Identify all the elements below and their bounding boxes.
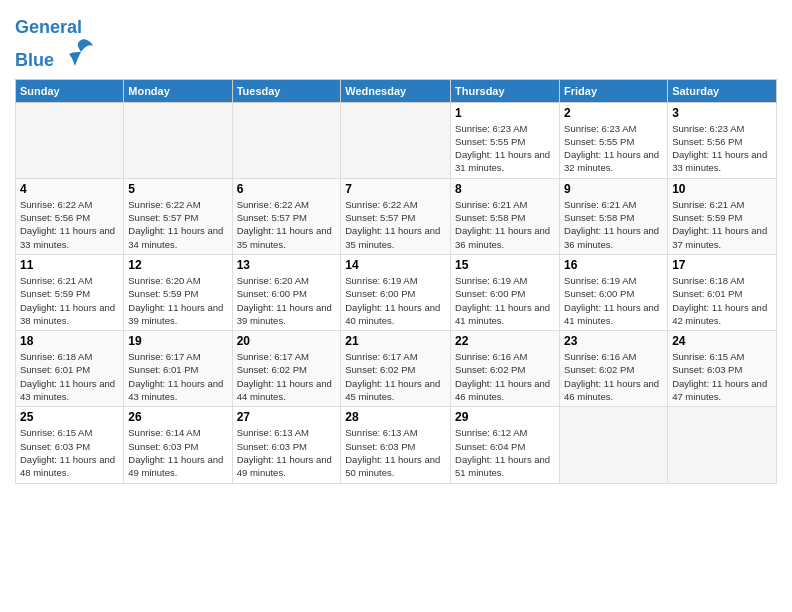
day-number: 21 <box>345 334 446 348</box>
calendar-cell: 7Sunrise: 6:22 AM Sunset: 5:57 PM Daylig… <box>341 178 451 254</box>
calendar-cell <box>668 407 777 483</box>
day-info: Sunrise: 6:13 AM Sunset: 6:03 PM Dayligh… <box>345 426 446 479</box>
day-number: 23 <box>564 334 663 348</box>
day-info: Sunrise: 6:22 AM Sunset: 5:57 PM Dayligh… <box>237 198 337 251</box>
day-info: Sunrise: 6:23 AM Sunset: 5:56 PM Dayligh… <box>672 122 772 175</box>
col-header-tuesday: Tuesday <box>232 79 341 102</box>
calendar-cell: 12Sunrise: 6:20 AM Sunset: 5:59 PM Dayli… <box>124 254 232 330</box>
col-header-sunday: Sunday <box>16 79 124 102</box>
day-info: Sunrise: 6:19 AM Sunset: 6:00 PM Dayligh… <box>455 274 555 327</box>
day-number: 18 <box>20 334 119 348</box>
calendar-cell: 15Sunrise: 6:19 AM Sunset: 6:00 PM Dayli… <box>451 254 560 330</box>
calendar-header-row: SundayMondayTuesdayWednesdayThursdayFrid… <box>16 79 777 102</box>
calendar-table: SundayMondayTuesdayWednesdayThursdayFrid… <box>15 79 777 484</box>
day-info: Sunrise: 6:16 AM Sunset: 6:02 PM Dayligh… <box>455 350 555 403</box>
day-info: Sunrise: 6:13 AM Sunset: 6:03 PM Dayligh… <box>237 426 337 479</box>
day-number: 24 <box>672 334 772 348</box>
day-info: Sunrise: 6:21 AM Sunset: 5:59 PM Dayligh… <box>672 198 772 251</box>
calendar-cell: 11Sunrise: 6:21 AM Sunset: 5:59 PM Dayli… <box>16 254 124 330</box>
day-info: Sunrise: 6:12 AM Sunset: 6:04 PM Dayligh… <box>455 426 555 479</box>
calendar-cell <box>124 102 232 178</box>
col-header-monday: Monday <box>124 79 232 102</box>
calendar-cell <box>341 102 451 178</box>
day-info: Sunrise: 6:21 AM Sunset: 5:58 PM Dayligh… <box>564 198 663 251</box>
calendar-cell: 14Sunrise: 6:19 AM Sunset: 6:00 PM Dayli… <box>341 254 451 330</box>
calendar-cell: 2Sunrise: 6:23 AM Sunset: 5:55 PM Daylig… <box>560 102 668 178</box>
calendar-cell: 5Sunrise: 6:22 AM Sunset: 5:57 PM Daylig… <box>124 178 232 254</box>
day-info: Sunrise: 6:23 AM Sunset: 5:55 PM Dayligh… <box>455 122 555 175</box>
calendar-cell: 18Sunrise: 6:18 AM Sunset: 6:01 PM Dayli… <box>16 331 124 407</box>
calendar-cell: 1Sunrise: 6:23 AM Sunset: 5:55 PM Daylig… <box>451 102 560 178</box>
day-info: Sunrise: 6:15 AM Sunset: 6:03 PM Dayligh… <box>672 350 772 403</box>
day-info: Sunrise: 6:18 AM Sunset: 6:01 PM Dayligh… <box>20 350 119 403</box>
day-number: 6 <box>237 182 337 196</box>
calendar-cell <box>232 102 341 178</box>
calendar-cell: 24Sunrise: 6:15 AM Sunset: 6:03 PM Dayli… <box>668 331 777 407</box>
calendar-cell: 20Sunrise: 6:17 AM Sunset: 6:02 PM Dayli… <box>232 331 341 407</box>
day-info: Sunrise: 6:22 AM Sunset: 5:57 PM Dayligh… <box>128 198 227 251</box>
calendar-cell: 6Sunrise: 6:22 AM Sunset: 5:57 PM Daylig… <box>232 178 341 254</box>
logo-bird-icon <box>61 38 93 66</box>
calendar-cell: 4Sunrise: 6:22 AM Sunset: 5:56 PM Daylig… <box>16 178 124 254</box>
calendar-week-row: 4Sunrise: 6:22 AM Sunset: 5:56 PM Daylig… <box>16 178 777 254</box>
day-info: Sunrise: 6:22 AM Sunset: 5:56 PM Dayligh… <box>20 198 119 251</box>
day-info: Sunrise: 6:18 AM Sunset: 6:01 PM Dayligh… <box>672 274 772 327</box>
day-info: Sunrise: 6:20 AM Sunset: 5:59 PM Dayligh… <box>128 274 227 327</box>
calendar-cell: 21Sunrise: 6:17 AM Sunset: 6:02 PM Dayli… <box>341 331 451 407</box>
logo-blue: Blue <box>15 50 54 70</box>
calendar-cell: 29Sunrise: 6:12 AM Sunset: 6:04 PM Dayli… <box>451 407 560 483</box>
calendar-cell: 3Sunrise: 6:23 AM Sunset: 5:56 PM Daylig… <box>668 102 777 178</box>
calendar-cell: 9Sunrise: 6:21 AM Sunset: 5:58 PM Daylig… <box>560 178 668 254</box>
calendar-week-row: 25Sunrise: 6:15 AM Sunset: 6:03 PM Dayli… <box>16 407 777 483</box>
calendar-cell: 8Sunrise: 6:21 AM Sunset: 5:58 PM Daylig… <box>451 178 560 254</box>
day-info: Sunrise: 6:19 AM Sunset: 6:00 PM Dayligh… <box>345 274 446 327</box>
calendar-cell: 26Sunrise: 6:14 AM Sunset: 6:03 PM Dayli… <box>124 407 232 483</box>
day-info: Sunrise: 6:20 AM Sunset: 6:00 PM Dayligh… <box>237 274 337 327</box>
day-number: 19 <box>128 334 227 348</box>
day-number: 8 <box>455 182 555 196</box>
calendar-cell: 17Sunrise: 6:18 AM Sunset: 6:01 PM Dayli… <box>668 254 777 330</box>
day-number: 2 <box>564 106 663 120</box>
day-info: Sunrise: 6:17 AM Sunset: 6:02 PM Dayligh… <box>345 350 446 403</box>
col-header-saturday: Saturday <box>668 79 777 102</box>
day-info: Sunrise: 6:17 AM Sunset: 6:01 PM Dayligh… <box>128 350 227 403</box>
day-number: 14 <box>345 258 446 272</box>
day-info: Sunrise: 6:14 AM Sunset: 6:03 PM Dayligh… <box>128 426 227 479</box>
day-number: 28 <box>345 410 446 424</box>
col-header-friday: Friday <box>560 79 668 102</box>
day-number: 7 <box>345 182 446 196</box>
day-number: 20 <box>237 334 337 348</box>
day-number: 15 <box>455 258 555 272</box>
day-info: Sunrise: 6:21 AM Sunset: 5:59 PM Dayligh… <box>20 274 119 327</box>
calendar-week-row: 18Sunrise: 6:18 AM Sunset: 6:01 PM Dayli… <box>16 331 777 407</box>
calendar-cell: 28Sunrise: 6:13 AM Sunset: 6:03 PM Dayli… <box>341 407 451 483</box>
calendar-cell: 25Sunrise: 6:15 AM Sunset: 6:03 PM Dayli… <box>16 407 124 483</box>
col-header-thursday: Thursday <box>451 79 560 102</box>
day-number: 13 <box>237 258 337 272</box>
day-info: Sunrise: 6:21 AM Sunset: 5:58 PM Dayligh… <box>455 198 555 251</box>
day-info: Sunrise: 6:15 AM Sunset: 6:03 PM Dayligh… <box>20 426 119 479</box>
calendar-cell: 10Sunrise: 6:21 AM Sunset: 5:59 PM Dayli… <box>668 178 777 254</box>
calendar-cell: 16Sunrise: 6:19 AM Sunset: 6:00 PM Dayli… <box>560 254 668 330</box>
day-number: 29 <box>455 410 555 424</box>
calendar-cell: 19Sunrise: 6:17 AM Sunset: 6:01 PM Dayli… <box>124 331 232 407</box>
calendar-week-row: 1Sunrise: 6:23 AM Sunset: 5:55 PM Daylig… <box>16 102 777 178</box>
day-number: 3 <box>672 106 772 120</box>
day-info: Sunrise: 6:22 AM Sunset: 5:57 PM Dayligh… <box>345 198 446 251</box>
day-number: 27 <box>237 410 337 424</box>
day-number: 25 <box>20 410 119 424</box>
day-number: 11 <box>20 258 119 272</box>
day-info: Sunrise: 6:19 AM Sunset: 6:00 PM Dayligh… <box>564 274 663 327</box>
calendar-week-row: 11Sunrise: 6:21 AM Sunset: 5:59 PM Dayli… <box>16 254 777 330</box>
calendar-cell: 22Sunrise: 6:16 AM Sunset: 6:02 PM Dayli… <box>451 331 560 407</box>
day-number: 10 <box>672 182 772 196</box>
day-number: 9 <box>564 182 663 196</box>
calendar-cell <box>16 102 124 178</box>
day-number: 5 <box>128 182 227 196</box>
col-header-wednesday: Wednesday <box>341 79 451 102</box>
logo: General Blue <box>15 18 93 71</box>
day-number: 1 <box>455 106 555 120</box>
day-number: 26 <box>128 410 227 424</box>
calendar-cell: 23Sunrise: 6:16 AM Sunset: 6:02 PM Dayli… <box>560 331 668 407</box>
day-info: Sunrise: 6:17 AM Sunset: 6:02 PM Dayligh… <box>237 350 337 403</box>
